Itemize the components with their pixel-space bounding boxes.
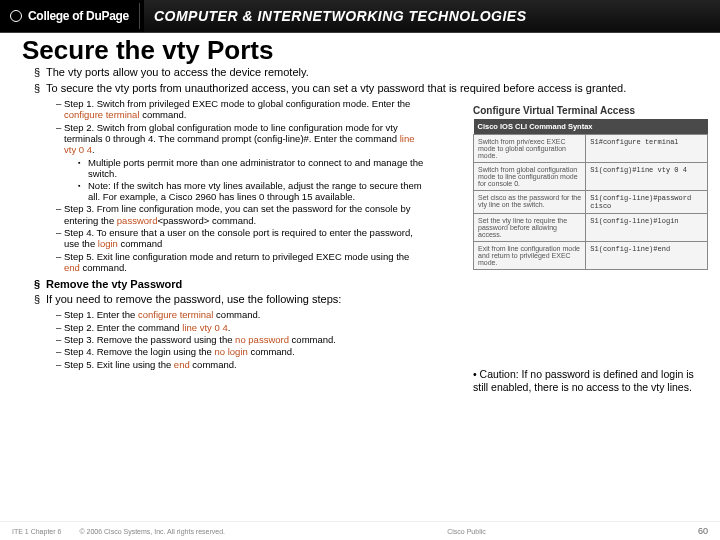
banner-title: COMPUTER & INTERNETWORKING TECHNOLOGIES xyxy=(144,0,720,32)
footer-copyright: © 2006 Cisco Systems, Inc. All rights re… xyxy=(79,528,225,535)
table-row: Set cisco as the password for the vty li… xyxy=(474,191,708,214)
footer-left: ITE 1 Chapter 6 xyxy=(12,528,61,535)
secure-step-2-note-1: Multiple ports permit more than one admi… xyxy=(78,157,426,180)
remove-step-5: Step 5. Exit line using the end command. xyxy=(56,359,426,370)
right-panel-title: Configure Virtual Terminal Access xyxy=(473,105,708,116)
table-row: Switch from priv/exec EXEC mode to globa… xyxy=(474,135,708,163)
secure-step-4: Step 4. To ensure that a user on the con… xyxy=(56,227,426,250)
footer-page: 60 xyxy=(698,526,708,536)
table-row: Exit from line configuration mode and re… xyxy=(474,242,708,270)
logo-icon xyxy=(10,10,22,22)
secure-step-3: Step 3. From line configuration mode, yo… xyxy=(56,203,426,226)
bullet-intro-1: The vty ports allow you to access the de… xyxy=(34,66,698,80)
secure-step-2: Step 2. Switch from global configuration… xyxy=(56,122,426,203)
table-header: Cisco IOS CLI Command Syntax xyxy=(474,119,708,135)
college-name: College of DuPage xyxy=(28,9,129,23)
footer-mid: Cisco Public xyxy=(225,528,708,535)
table-row: Switch from global configuration mode to… xyxy=(474,163,708,191)
table-row: Set the vty line to require the password… xyxy=(474,214,708,242)
remove-step-3: Step 3. Remove the password using the no… xyxy=(56,334,426,345)
secure-step-2-note-2: Note: If the switch has more vty lines a… xyxy=(78,180,426,203)
secure-step-1: Step 1. Switch from privileged EXEC mode… xyxy=(56,98,426,121)
divider xyxy=(139,3,140,29)
secure-step-5: Step 5. Exit line configuration mode and… xyxy=(56,251,426,274)
footer: ITE 1 Chapter 6 © 2006 Cisco Systems, In… xyxy=(0,521,720,540)
remove-step-1: Step 1. Enter the configure terminal com… xyxy=(56,309,426,320)
remove-step-2: Step 2. Enter the command line vty 0 4. xyxy=(56,322,426,333)
bullet-intro-2: To secure the vty ports from unauthorize… xyxy=(34,82,698,96)
remove-step-4: Step 4. Remove the login using the no lo… xyxy=(56,346,426,357)
header-bar: College of DuPage COMPUTER & INTERNETWOR… xyxy=(0,0,720,33)
right-panel: Configure Virtual Terminal Access Cisco … xyxy=(473,105,708,394)
caution-note: • Caution: If no password is defined and… xyxy=(473,368,708,394)
college-logo: College of DuPage xyxy=(0,9,135,23)
command-table: Cisco IOS CLI Command Syntax Switch from… xyxy=(473,119,708,270)
page-title: Secure the vty Ports xyxy=(22,37,698,64)
